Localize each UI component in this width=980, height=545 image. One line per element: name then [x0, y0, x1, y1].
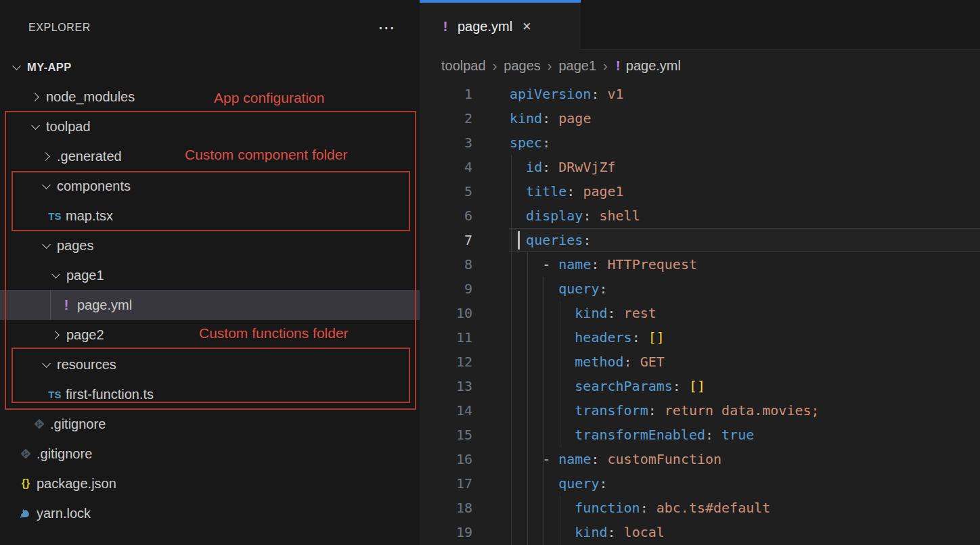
- tree-item-label: .generated: [57, 149, 122, 164]
- git-icon: [31, 417, 47, 431]
- tree-item-label: page.yml: [77, 298, 132, 313]
- breadcrumb: toolpad › pages › page1 › ! page.yml: [420, 50, 980, 81]
- line-number: 10: [420, 305, 472, 321]
- line-number: 2: [420, 110, 472, 126]
- chevron-down-icon: [8, 59, 24, 75]
- chevron-down-icon: [38, 356, 54, 373]
- code-line[interactable]: 13 searchParams: []: [420, 374, 980, 398]
- tree-item-gitignore-toolpad[interactable]: .gitignore: [0, 409, 420, 439]
- chevron-down-icon: [38, 237, 54, 254]
- json-icon: {}: [18, 477, 34, 490]
- chevron-down-icon: [47, 267, 64, 283]
- line-number: 6: [420, 208, 472, 224]
- explorer-title: EXPLORER: [28, 22, 91, 34]
- line-number: 16: [420, 451, 472, 467]
- code-line[interactable]: 17 query:: [420, 471, 980, 496]
- code-line[interactable]: 5 title: page1: [420, 179, 980, 204]
- code-line-current[interactable]: 7 queries:: [420, 228, 980, 252]
- line-number: 1: [420, 86, 472, 102]
- tree-item-toolpad[interactable]: toolpad: [0, 112, 420, 141]
- code-line[interactable]: 10 kind: rest: [420, 301, 980, 325]
- code-line[interactable]: 15 transformEnabled: true: [420, 423, 980, 447]
- tree-item-page-yml[interactable]: ! page.yml: [0, 290, 420, 320]
- tree-item-label: MY-APP: [27, 61, 72, 74]
- line-number: 13: [420, 378, 472, 394]
- line-number: 7: [420, 232, 472, 248]
- code-line[interactable]: 18 function: abc.ts#default: [420, 496, 980, 520]
- tree-item-label: resources: [57, 357, 116, 373]
- tree-item-label: node_modules: [46, 89, 135, 105]
- git-icon: [18, 447, 34, 460]
- code-area: 1 apiVersion: v1 2 kind: page 3 spec: 4 …: [420, 82, 980, 544]
- tree-item-label: pages: [57, 238, 94, 254]
- tree-item-label: first-function.ts: [66, 387, 154, 402]
- tree-item-first-function[interactable]: TS first-function.ts: [0, 379, 420, 409]
- line-number: 5: [420, 183, 472, 199]
- code-line[interactable]: 14 transform: return data.movies;: [420, 398, 980, 423]
- breadcrumb-pages[interactable]: pages: [504, 58, 541, 74]
- chevron-down-icon: [38, 178, 54, 194]
- line-number: 15: [420, 427, 472, 443]
- line-number: 19: [420, 524, 472, 540]
- annotation-custom-functions-folder: Custom functions folder: [199, 325, 349, 341]
- code-line[interactable]: 2 kind: page: [420, 106, 980, 131]
- typescript-icon: TS: [47, 389, 63, 400]
- tree-item-map-tsx[interactable]: TS map.tsx: [0, 201, 420, 231]
- code-line[interactable]: 16 - name: customFunction: [420, 447, 980, 471]
- tree-item-my-app[interactable]: MY-APP: [0, 52, 420, 82]
- tree-item-yarn-lock[interactable]: yarn.lock: [0, 498, 420, 528]
- explorer-sidebar: EXPLORER ⋯ MY-APP node_modules toolpad .…: [0, 0, 420, 545]
- tree-item-label: page2: [66, 327, 104, 343]
- explorer-header: EXPLORER ⋯: [0, 12, 420, 43]
- tree-item-label: components: [57, 179, 131, 194]
- tree-item-label: toolpad: [46, 119, 91, 135]
- annotation-app-configuration: App configuration: [214, 90, 324, 106]
- line-number: 12: [420, 354, 472, 370]
- line-number: 3: [420, 135, 472, 151]
- yaml-warning-icon: !: [58, 297, 74, 313]
- chevron-down-icon: [27, 118, 43, 135]
- yaml-warning-icon: !: [616, 57, 621, 74]
- code-line[interactable]: 6 display: shell: [420, 204, 980, 228]
- tab-strip-empty: [581, 0, 980, 50]
- tree-item-label: page1: [66, 268, 104, 283]
- more-actions-icon[interactable]: ⋯: [378, 12, 395, 43]
- tab-bar: ! page.yml ✕: [420, 0, 980, 50]
- breadcrumb-toolpad[interactable]: toolpad: [441, 58, 486, 74]
- yaml-warning-icon: !: [437, 18, 453, 34]
- code-line[interactable]: 4 id: DRwVjZf: [420, 155, 980, 179]
- code-line[interactable]: 1 apiVersion: v1: [420, 82, 980, 106]
- chevron-separator-icon: ›: [603, 58, 608, 74]
- annotation-custom-component-folder: Custom component folder: [185, 147, 347, 163]
- code-line[interactable]: 12 method: GET: [420, 350, 980, 374]
- chevron-right-icon: [47, 327, 64, 343]
- tree-item-label: .gitignore: [50, 417, 106, 432]
- code-line[interactable]: 9 query:: [420, 277, 980, 301]
- line-number: 18: [420, 500, 472, 516]
- tree-item-package-json[interactable]: {} package.json: [0, 469, 420, 498]
- breadcrumb-page-yml[interactable]: page.yml: [626, 58, 681, 74]
- close-icon[interactable]: ✕: [522, 20, 531, 34]
- tree-item-resources[interactable]: resources: [0, 350, 420, 379]
- tree-item-node-modules[interactable]: node_modules: [0, 82, 420, 112]
- line-number: 9: [420, 281, 472, 297]
- code-line[interactable]: 8 - name: HTTPrequest: [420, 252, 980, 277]
- tree-item-page1[interactable]: page1: [0, 260, 420, 290]
- chevron-right-icon: [27, 89, 43, 105]
- line-number: 11: [420, 329, 472, 346]
- typescript-icon: TS: [47, 210, 63, 222]
- tab-page-yml[interactable]: ! page.yml ✕: [420, 0, 581, 50]
- breadcrumb-page1[interactable]: page1: [558, 58, 596, 74]
- tree-item-label: map.tsx: [66, 208, 113, 224]
- tree-item-components[interactable]: components: [0, 171, 420, 201]
- code-line[interactable]: 11 headers: []: [420, 325, 980, 350]
- tree-item-label: yarn.lock: [37, 506, 91, 521]
- vscode-window: EXPLORER ⋯ MY-APP node_modules toolpad .…: [0, 0, 980, 545]
- tree-item-gitignore-root[interactable]: .gitignore: [0, 439, 420, 469]
- line-number: 8: [420, 256, 472, 272]
- code-line[interactable]: 19 kind: local: [420, 520, 980, 544]
- editor-area: ! page.yml ✕ toolpad › pages › page1 › !…: [420, 0, 980, 545]
- tab-title: page.yml: [458, 19, 512, 34]
- tree-item-pages[interactable]: pages: [0, 231, 420, 260]
- code-line[interactable]: 3 spec:: [420, 131, 980, 155]
